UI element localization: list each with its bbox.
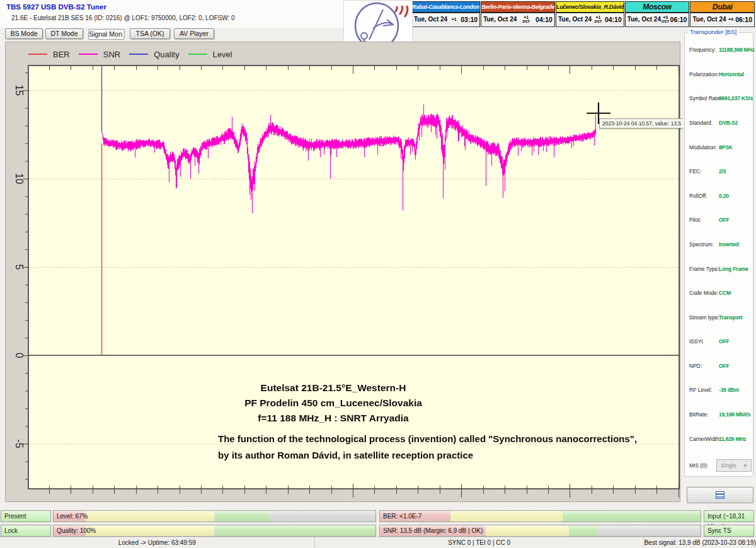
clock-panel-moscow: Moscow Tue, Oct 24 +3DST 06:10 (625, 1, 690, 27)
clock-time: 03:10 (461, 16, 478, 23)
clock-time: 04:10 (605, 16, 622, 23)
clock-city: Moscow (626, 2, 689, 13)
row-pilot: Pilot:OFF (685, 217, 753, 225)
level-meter: Level: 67% (53, 510, 376, 522)
row-rf-level: RF Level:-35 dBm (685, 387, 753, 395)
panel-collapse-button[interactable] (687, 487, 753, 503)
legend-label-ber: BER (53, 50, 70, 59)
clock-city: Berlin-Paris-Vienna-Belgrade (481, 2, 554, 13)
row-npd: NPD:OFF (685, 363, 753, 371)
input-badge: Input (~18,31 Mbps) (704, 510, 754, 522)
legend-label-snr: SNR (103, 50, 120, 59)
legend-label-level: Level (213, 50, 232, 59)
clock-date: Tue, Oct 24 (558, 16, 592, 23)
chevron-down-icon: ▼ (743, 463, 748, 469)
clock-city: Rabat-Casablanca-London (412, 2, 479, 13)
tab-tsa[interactable]: TSA (OK) (130, 28, 170, 39)
quality-meter: Quality: 100% (53, 525, 376, 537)
clock-panel-lucenec: Lučenec/Slovakia_R.Dávid Tue, Oct 24 +1D… (556, 1, 624, 27)
row-frequency: Frequency:11188,368 MHz (685, 47, 753, 55)
row-frame-type: Frame Type:Long Frame (685, 266, 753, 274)
row-stream-type: Stream type:Transport (685, 314, 753, 323)
row-fec: FEC:2/3 (685, 168, 753, 176)
row-bitrate: BitRate:19,198 Mbit/s (685, 411, 753, 420)
tab-bs-mode[interactable]: BS Mode (5, 28, 43, 39)
row-modulation: Modulation:8PSK (685, 144, 753, 152)
row-carrierwidth: CarrierWidth:11,629 MHz (685, 436, 753, 444)
dst-flag: DST (595, 20, 602, 23)
snr-plot-canvas[interactable] (6, 42, 680, 501)
ber-meter: BER: <1.0E-7 (379, 510, 701, 522)
row-code-mode: Code Mode:CCM (685, 290, 753, 298)
level-legend-line (188, 54, 207, 55)
row-standard: Standard:DVB-S2 (685, 120, 753, 128)
snr-meter: SNR: 13,5 dB (Margin: 6,9 dB | OK) (379, 525, 701, 537)
clock-panel-berlin: Berlin-Paris-Vienna-Belgrade Tue, Oct 24… (481, 1, 555, 27)
clock-date: Tue, Oct 24 (414, 16, 447, 23)
dst-flag: DST (662, 20, 669, 23)
legend-label-quality: Quality (154, 50, 179, 59)
clock-date: Tue, Oct 24 (483, 16, 517, 23)
tuner-subtitle: 21.6E - Eutelsat 21B SES 16 (ID: 0216) @… (11, 14, 235, 21)
clock-panel-rabat: Rabat-Casablanca-London Tue, Oct 24 +1 0… (411, 1, 480, 27)
clock-city: Dubai (690, 2, 754, 13)
dst-flag: DST (522, 20, 530, 23)
transponder-groupbox: Transponder [BS] Frequency:11188,368 MHz… (684, 32, 753, 477)
utc-offset: +4 (728, 18, 733, 21)
row-polarization: Polarization:Horizontal (685, 71, 753, 79)
transponder-sidebar: Transponder [BS] Frequency:11188,368 MHz… (683, 28, 755, 483)
quality-legend-line (129, 54, 148, 55)
tab-dt-mode[interactable]: DT Mode (45, 28, 83, 39)
snr-legend-line (79, 54, 98, 55)
tab-av-player[interactable]: AV Player (174, 28, 214, 39)
sync-counters: SYNC 0 | TEI 0 | CC 0 (315, 537, 644, 548)
clock-date: Tue, Oct 24 (692, 16, 726, 23)
groupbox-title: Transponder [BS] (688, 28, 738, 35)
row-symbol-rate: Symbol Rate:9691,037 KS/s (685, 95, 753, 103)
chart-legend: BER SNR Quality Level (28, 48, 232, 60)
best-signal: Best signal: 13,9 dB (2023-10-23 08:19) (644, 537, 756, 548)
status-bar: Locked -> Uptime: 63:49:59 SYNC 0 | TEI … (0, 537, 756, 548)
clock-date: Tue, Oct 24 (627, 16, 661, 23)
lock-badge: Lock (1, 525, 51, 537)
panel-icon (716, 491, 724, 499)
row-issyi: ISSYIOFF (685, 338, 753, 346)
utc-offset: +1 (452, 18, 457, 21)
signal-meters: Present Lock Level: 67% Quality: 100% BE… (0, 508, 756, 537)
clock-panel-dubai: Dubai Tue, Oct 24 +4 06:10 (690, 1, 755, 27)
clock-time: 06:10 (670, 16, 687, 23)
sync-ts-badge: Sync TS (704, 525, 754, 537)
app-title: TBS 5927 USB DVB-S2 Tuner (6, 3, 106, 11)
clock-time: 06:10 (735, 16, 752, 23)
ber-legend-line (28, 54, 47, 55)
uptime-status: Locked -> Uptime: 63:49:59 (0, 537, 315, 548)
clock-city: Lučenec/Slovakia_R.Dávid (556, 2, 624, 13)
row-rolloff: RollOff:0.20 (685, 193, 753, 201)
mis-select[interactable]: Single▼ (716, 459, 752, 472)
row-mis: MIS (0): Single▼ (685, 462, 753, 471)
world-clocks: Rabat-Casablanca-London Tue, Oct 24 +1 0… (411, 1, 755, 27)
signal-monitor-chart: BER SNR Quality Level Eutelsat 21B-21.5°… (5, 42, 680, 502)
tab-signal-mon[interactable]: Signal Mon. (88, 29, 125, 40)
clock-time: 04:10 (536, 16, 553, 23)
mode-tabbar: BS Mode DT Mode Signal Mon. TSA (OK) AV … (5, 28, 679, 40)
present-badge: Present (1, 510, 51, 522)
row-spectrum: Spectrum:Inverted (685, 241, 753, 249)
